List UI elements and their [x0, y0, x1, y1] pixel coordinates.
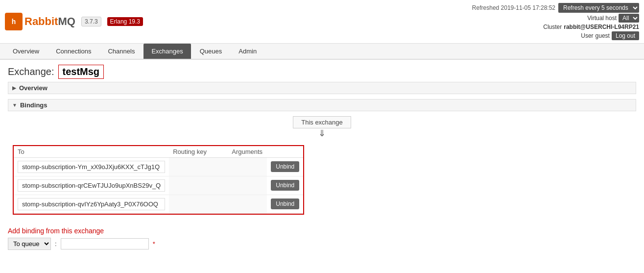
nav-item-exchanges[interactable]: Exchanges	[143, 44, 191, 59]
unbind-button[interactable]: Unbind	[271, 199, 299, 209]
bindings-diagram: This exchange ⇓	[13, 116, 631, 139]
overview-section-header[interactable]: ▶ Overview	[8, 82, 636, 94]
overview-section-label: Overview	[19, 84, 48, 92]
cluster-row: Cluster rabbit@USERCHI-L94RP21	[543, 24, 639, 30]
exchange-name-box: testMsg	[58, 65, 104, 79]
nav-item-overview[interactable]: Overview	[5, 44, 47, 59]
vhost-label: Virtual host	[587, 15, 617, 22]
add-binding-to-select[interactable]: To queue	[8, 238, 51, 250]
user-label: User	[581, 32, 593, 39]
main-content: Exchange: testMsg ▶ Overview ▼ Bindings …	[0, 60, 644, 255]
bindings-arrow-icon: ▼	[12, 102, 17, 108]
cluster-value: rabbit@USERCHI-L94RP21	[564, 24, 639, 30]
binding-name-cell: stomp-subscription-qvIYz6YpAaty3_P0X76OO…	[14, 195, 169, 213]
overview-arrow-icon: ▶	[12, 85, 16, 91]
logo-text: RabbitMQ	[24, 15, 75, 28]
col-arguments: Arguments	[228, 146, 267, 158]
add-binding-title: Add binding from this exchange	[8, 227, 636, 235]
unbind-cell: Unbind	[267, 176, 303, 195]
add-binding-queue-input[interactable]	[61, 238, 149, 249]
version-badge: 3.7.3	[81, 17, 101, 26]
bindings-section-header[interactable]: ▼ Bindings	[8, 99, 636, 111]
nav-item-queues[interactable]: Queues	[192, 44, 230, 59]
nav-item-connections[interactable]: Connections	[48, 44, 99, 59]
binding-name-cell: stomp-subscription-qrCEwTJUJo9upXnBS29v_…	[14, 176, 169, 195]
bindings-section-content: This exchange ⇓ To Routing key Arguments	[8, 111, 636, 221]
exchange-title: Exchange: testMsg	[8, 65, 636, 79]
add-binding-form: To queue : *	[8, 238, 636, 250]
arguments-cell	[228, 176, 267, 195]
unbind-cell: Unbind	[267, 195, 303, 213]
col-to: To	[14, 146, 169, 158]
logo-icon: h	[5, 13, 23, 30]
erlang-badge: Erlang 19.3	[107, 17, 143, 26]
exchange-label: Exchange:	[8, 66, 54, 77]
colon-separator: :	[55, 240, 57, 248]
routing-key-cell	[169, 176, 228, 195]
bindings-table: To Routing key Arguments stomp-subscript…	[14, 146, 303, 214]
bindings-table-header-row: To Routing key Arguments	[14, 146, 303, 158]
col-routing-key: Routing key	[169, 146, 228, 158]
this-exchange-box: This exchange	[293, 116, 351, 128]
add-binding-section: Add binding from this exchange To queue …	[8, 227, 636, 250]
cluster-label: Cluster	[543, 24, 562, 30]
table-row: stomp-subscription-Ym_xX9oJXju6KXX_cTJg1…	[14, 157, 303, 176]
arguments-cell	[228, 195, 267, 213]
top-bar-left: h RabbitMQ 3.7.3 Erlang 19.3	[5, 13, 143, 30]
top-bar: h RabbitMQ 3.7.3 Erlang 19.3 Refreshed 2…	[0, 0, 644, 44]
routing-key-cell	[169, 195, 228, 213]
table-row: stomp-subscription-qvIYz6YpAaty3_P0X76OO…	[14, 195, 303, 213]
col-actions	[267, 146, 303, 158]
user-row: User guest Log out	[581, 31, 639, 40]
nav-item-admin[interactable]: Admin	[231, 44, 264, 59]
unbind-cell: Unbind	[267, 157, 303, 176]
top-bar-right: Refreshed 2019-11-05 17:28:52 Refresh ev…	[472, 3, 639, 40]
overview-section: ▶ Overview	[8, 82, 636, 94]
required-star: *	[153, 240, 155, 248]
table-row: stomp-subscription-qrCEwTJUJo9upXnBS29v_…	[14, 176, 303, 195]
logout-button[interactable]: Log out	[612, 31, 639, 40]
vhost-select[interactable]: All	[619, 14, 639, 23]
binding-name-cell: stomp-subscription-Ym_xX9oJXju6KXX_cTJg1…	[14, 157, 169, 176]
refreshed-text: Refreshed 2019-11-05 17:28:52	[472, 4, 555, 11]
user-value: guest	[596, 32, 610, 39]
bindings-section-label: Bindings	[20, 101, 48, 109]
arguments-cell	[228, 157, 267, 176]
routing-key-cell	[169, 157, 228, 176]
bindings-section: ▼ Bindings This exchange ⇓ To Routing ke…	[8, 99, 636, 221]
bindings-arrow-down: ⇓	[318, 128, 326, 139]
nav: Overview Connections Channels Exchanges …	[0, 44, 644, 60]
unbind-button[interactable]: Unbind	[271, 180, 299, 191]
refresh-row: Refreshed 2019-11-05 17:28:52 Refresh ev…	[472, 3, 639, 13]
vhost-row: Virtual host All	[587, 14, 639, 23]
nav-item-channels[interactable]: Channels	[100, 44, 143, 59]
refresh-select[interactable]: Refresh every 5 seconds	[558, 3, 639, 13]
unbind-button[interactable]: Unbind	[271, 161, 299, 172]
logo: h RabbitMQ	[5, 13, 75, 30]
bindings-table-wrapper: To Routing key Arguments stomp-subscript…	[13, 145, 304, 215]
